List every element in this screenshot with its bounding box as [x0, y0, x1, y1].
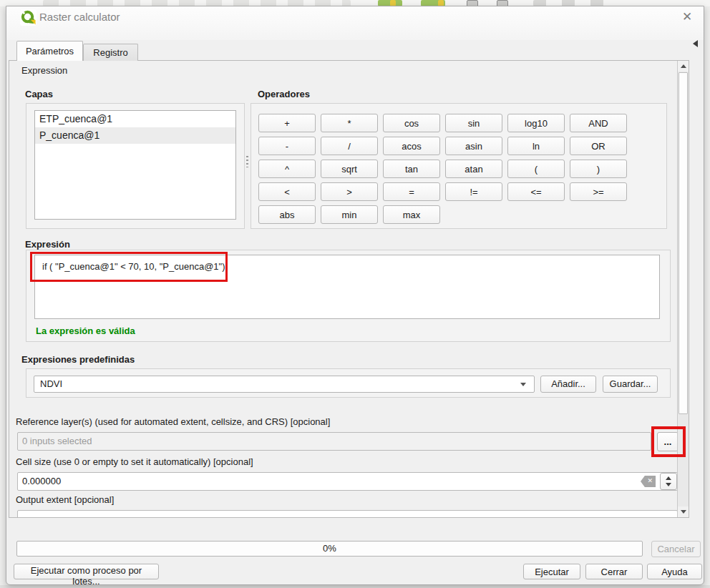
- qgis-screen: Raster calculator ✕ Parámetros Registro …: [0, 0, 710, 588]
- tab-scroll-left-icon[interactable]: [693, 40, 698, 47]
- output-extent-label: Output extent [opcional]: [16, 494, 114, 505]
- raster-calculator-dialog: Raster calculator ✕ Parámetros Registro …: [6, 6, 704, 585]
- close-button[interactable]: Cerrar: [585, 564, 643, 579]
- layers-group-label: Capas: [25, 89, 53, 99]
- operator-button->[interactable]: >: [321, 182, 378, 201]
- operator-button--[interactable]: -: [258, 137, 316, 155]
- add-expression-button[interactable]: Añadir...: [540, 376, 596, 393]
- cell-size-input[interactable]: 0.000000: [17, 472, 678, 491]
- scrollbar-thumb[interactable]: [679, 72, 688, 414]
- predefined-group-label: Expresiones predefinidas: [21, 354, 135, 365]
- operator-button-!=[interactable]: !=: [445, 182, 502, 201]
- operator-button-/[interactable]: /: [321, 137, 378, 155]
- operator-button-OR[interactable]: OR: [570, 137, 627, 155]
- annotation-browse-button: [651, 426, 686, 457]
- help-button[interactable]: Ayuda: [647, 564, 702, 579]
- operator-button-cos[interactable]: cos: [383, 114, 440, 132]
- operator-button-=[interactable]: =: [383, 182, 440, 201]
- cell-size-label: Cell size (use 0 or empty to set it auto…: [16, 456, 253, 467]
- cancel-button[interactable]: Cancelar: [651, 541, 701, 557]
- annotation-expression-box: [30, 252, 228, 282]
- operators-groupbox: +*cossinlog10AND-/acosasinlnOR^sqrttanat…: [251, 103, 667, 229]
- tab-log[interactable]: Registro: [83, 44, 138, 61]
- background-statusbar-strip: [0, 585, 710, 588]
- spinbox-down-icon[interactable]: [666, 483, 671, 486]
- operator-button-)[interactable]: ): [570, 160, 627, 178]
- operator-button-max[interactable]: max: [383, 205, 440, 224]
- operators-grid: +*cossinlog10AND-/acosasinlnOR^sqrttanat…: [258, 114, 627, 224]
- operator-button-<=[interactable]: <=: [507, 182, 565, 201]
- layer-item[interactable]: P_cuenca@1: [35, 127, 235, 144]
- operator-button-min[interactable]: min: [321, 205, 378, 224]
- chevron-down-icon: [520, 383, 526, 386]
- layers-list[interactable]: ETP_cuenca@1P_cuenca@1: [34, 110, 236, 220]
- spinbox-up-icon[interactable]: [666, 476, 671, 480]
- output-extent-field[interactable]: [17, 510, 678, 518]
- window-title: Raster calculator: [39, 11, 120, 23]
- batch-process-button[interactable]: Ejecutar como proceso por lotes...: [14, 564, 159, 579]
- title-bar[interactable]: Raster calculator ✕: [6, 6, 704, 40]
- operator-button-+[interactable]: +: [258, 114, 316, 132]
- operator-button-ln[interactable]: ln: [507, 137, 565, 155]
- reference-layers-field[interactable]: 0 inputs selected: [17, 432, 651, 451]
- operator-button-([interactable]: (: [507, 160, 565, 178]
- expression-header-label: Expression: [21, 65, 67, 76]
- operator-button-tan[interactable]: tan: [383, 160, 440, 178]
- operator-button-abs[interactable]: abs: [258, 205, 316, 224]
- operator-button-atan[interactable]: atan: [445, 160, 502, 178]
- reference-layers-label: Reference layer(s) (used for automated e…: [16, 416, 330, 427]
- predefined-selected-value: NDVI: [40, 378, 62, 389]
- operator-button-AND[interactable]: AND: [570, 114, 627, 132]
- operator-button-^[interactable]: ^: [258, 160, 316, 178]
- qgis-logo-icon: [20, 9, 37, 26]
- layer-item[interactable]: ETP_cuenca@1: [35, 111, 235, 127]
- run-button[interactable]: Ejecutar: [523, 564, 580, 579]
- progress-bar: 0%: [16, 541, 643, 557]
- expression-group-label: Expresión: [25, 239, 70, 250]
- close-icon[interactable]: ✕: [679, 9, 695, 25]
- splitter-handle[interactable]: [246, 156, 248, 167]
- expression-valid-text: La expresión es válida: [36, 325, 135, 336]
- operator-button-*[interactable]: *: [321, 114, 378, 132]
- cell-size-stepper[interactable]: [660, 473, 677, 490]
- operator-button-<[interactable]: <: [258, 182, 316, 201]
- save-expression-button[interactable]: Guardar...: [603, 376, 658, 393]
- tab-parameters[interactable]: Parámetros: [16, 41, 83, 61]
- operator-button-asin[interactable]: asin: [445, 137, 502, 155]
- operators-group-label: Operadores: [258, 89, 310, 99]
- operator-button-acos[interactable]: acos: [383, 137, 440, 155]
- predefined-select[interactable]: NDVI: [34, 376, 535, 393]
- operator-button-log10[interactable]: log10: [507, 114, 565, 132]
- operator-button-sin[interactable]: sin: [445, 114, 502, 132]
- scrollbar-down-icon[interactable]: [678, 506, 689, 517]
- operator-button->=[interactable]: >=: [570, 182, 627, 201]
- operator-button-sqrt[interactable]: sqrt: [321, 160, 378, 178]
- scrollbar-up-icon[interactable]: [678, 61, 689, 72]
- parameters-scroll-area: Expression Capas ETP_cuenca@1P_cuenca@1 …: [9, 60, 689, 518]
